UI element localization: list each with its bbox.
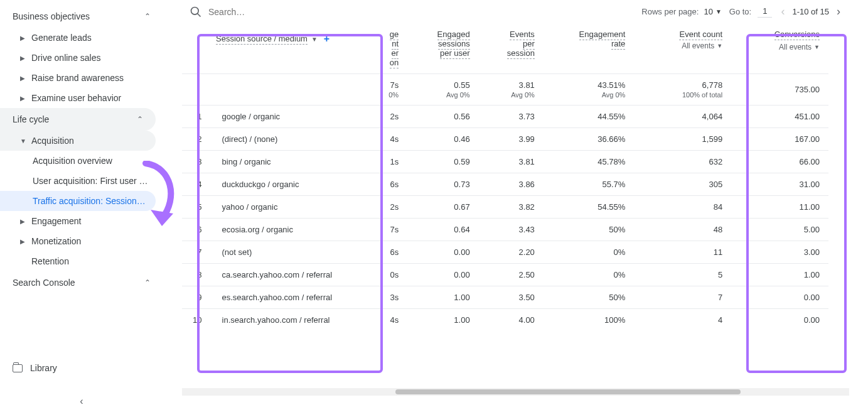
- rows-per-page-label: Rows per page:: [641, 7, 699, 16]
- cell: 11.00: [731, 196, 828, 219]
- conversions-filter[interactable]: All events▼: [740, 43, 820, 51]
- row-index: 8: [182, 264, 213, 286]
- col-label: genteron: [390, 30, 399, 68]
- cell: 0.55Avg 0%: [407, 74, 479, 106]
- section-business-objectives[interactable]: Business objectives ⌃: [0, 5, 163, 28]
- cell: 451.00: [731, 106, 828, 128]
- goto-input[interactable]: 1: [758, 6, 772, 18]
- sidebar-item-engagement[interactable]: ▶ Engagement: [0, 211, 156, 231]
- sidebar-item-examine-user-behavior[interactable]: ▶ Examine user behavior: [0, 88, 156, 108]
- table-row[interactable]: 2(direct) / (none)4s0.463.9936.66%1,5991…: [182, 128, 828, 151]
- cell: 44.55%: [544, 106, 634, 128]
- col-header-conversions[interactable]: Conversions All events▼: [731, 23, 828, 74]
- cell: 50%: [544, 286, 634, 309]
- cell: 632: [634, 151, 731, 173]
- table-row[interactable]: 8ca.search.yahoo.com / referral0s0.002.5…: [182, 264, 828, 286]
- cell: 2.50: [479, 264, 544, 286]
- sidebar-item-generate-leads[interactable]: ▶ Generate leads: [0, 28, 156, 48]
- cell: 4s: [375, 309, 408, 332]
- sidebar-item-drive-online-sales[interactable]: ▶ Drive online sales: [0, 48, 156, 68]
- main-content: Rows per page: 10 ▼ Go to: 1 ‹ 1-10 of 1…: [163, 0, 868, 417]
- report-table: Session source / medium ▼ + genteron Eng…: [182, 23, 828, 331]
- horizontal-scrollbar[interactable]: [182, 388, 849, 396]
- sidebar-item-label: Monetization: [31, 236, 81, 246]
- cell: 7s: [375, 219, 408, 241]
- section-label: Business objectives: [13, 11, 90, 21]
- table-row[interactable]: 4duckduckgo / organic6s0.733.8655.7%3053…: [182, 173, 828, 196]
- dimension-cell[interactable]: (direct) / (none): [213, 128, 375, 151]
- table-row[interactable]: 5yahoo / organic2s0.673.8254.55%8411.00: [182, 196, 828, 219]
- caret-right-icon: ▶: [20, 75, 26, 82]
- cell: 305: [634, 173, 731, 196]
- prev-page-button[interactable]: ‹: [780, 5, 786, 18]
- table-wrap: Session source / medium ▼ + genteron Eng…: [182, 23, 849, 331]
- col-header-events-per-session[interactable]: Eventspersession: [479, 23, 544, 74]
- col-header-engagement-rate[interactable]: Engagementrate: [544, 23, 634, 74]
- cell: 50%: [544, 219, 634, 241]
- dimension-cell[interactable]: in.search.yahoo.com / referral: [213, 309, 375, 332]
- library-label: Library: [30, 363, 57, 373]
- chevron-down-icon: ▼: [311, 36, 318, 43]
- col-header-engaged-sessions[interactable]: Engagedsessionsper user: [407, 23, 479, 74]
- sidebar-item-acquisition[interactable]: ▼ Acquisition: [0, 131, 156, 151]
- scroll-thumb[interactable]: [395, 389, 741, 394]
- sidebar-sub-acquisition-overview[interactable]: Acquisition overview: [0, 151, 156, 171]
- cell: 6s: [375, 173, 408, 196]
- dimension-cell[interactable]: ecosia.org / organic: [213, 219, 375, 241]
- table-row[interactable]: 1google / organic2s0.563.7344.55%4,06445…: [182, 106, 828, 128]
- col-label: Eventspersession: [507, 30, 535, 59]
- cell: 3.86: [479, 173, 544, 196]
- sidebar-sub-traffic-acquisition[interactable]: Traffic acquisition: Session…: [0, 191, 156, 211]
- cell: 100%: [544, 309, 634, 332]
- cell: 84: [634, 196, 731, 219]
- section-search-console[interactable]: Search Console ⌃: [0, 271, 163, 294]
- row-index: 3: [182, 151, 213, 173]
- table-row[interactable]: 6ecosia.org / organic7s0.643.4350%485.00: [182, 219, 828, 241]
- sidebar-item-raise-brand-awareness[interactable]: ▶ Raise brand awareness: [0, 68, 156, 88]
- dimension-cell[interactable]: es.search.yahoo.com / referral: [213, 286, 375, 309]
- rows-per-page-select[interactable]: 10 ▼: [704, 7, 721, 16]
- dimension-cell[interactable]: ca.search.yahoo.com / referral: [213, 264, 375, 286]
- cell: 0.00: [731, 309, 828, 332]
- cell: 5: [634, 264, 731, 286]
- sidebar-item-label: Generate leads: [31, 33, 92, 43]
- cell: 3.73: [479, 106, 544, 128]
- add-dimension-button[interactable]: +: [324, 33, 330, 45]
- sidebar-item-monetization[interactable]: ▶ Monetization: [0, 231, 156, 251]
- sidebar-item-label: Examine user behavior: [31, 93, 121, 103]
- library-link[interactable]: Library: [0, 357, 163, 379]
- event-count-filter[interactable]: All events▼: [643, 41, 722, 50]
- caret-right-icon: ▶: [20, 55, 26, 62]
- table-row[interactable]: 9es.search.yahoo.com / referral3s1.003.5…: [182, 286, 828, 309]
- dimension-cell[interactable]: duckduckgo / organic: [213, 173, 375, 196]
- sidebar-sub-user-acquisition[interactable]: User acquisition: First user …: [0, 171, 156, 191]
- table-row[interactable]: 3bing / organic1s0.593.8145.78%63266.00: [182, 151, 828, 173]
- table-row[interactable]: 10in.search.yahoo.com / referral4s1.004.…: [182, 309, 828, 332]
- section-life-cycle[interactable]: Life cycle ⌃: [0, 108, 156, 131]
- next-page-button[interactable]: ›: [835, 5, 842, 18]
- chevron-down-icon: ▼: [814, 44, 820, 50]
- dimension-cell[interactable]: yahoo / organic: [213, 196, 375, 219]
- cell: 0.73: [407, 173, 479, 196]
- dimension-cell[interactable]: bing / organic: [213, 151, 375, 173]
- row-index: 4: [182, 173, 213, 196]
- row-index: 5: [182, 196, 213, 219]
- search-input[interactable]: [208, 7, 346, 17]
- sidebar-item-retention[interactable]: Retention: [0, 251, 156, 271]
- cell: 1.00: [731, 264, 828, 286]
- dimension-header[interactable]: Session source / medium ▼ +: [216, 33, 367, 45]
- collapse-sidebar-button[interactable]: ‹: [0, 392, 163, 411]
- cell: 0s: [375, 264, 408, 286]
- dimension-cell[interactable]: (not set): [213, 241, 375, 264]
- chevron-up-icon: ⌃: [144, 12, 151, 21]
- cell: 3.82: [479, 196, 544, 219]
- col-header-truncated[interactable]: genteron: [375, 23, 408, 74]
- sidebar-item-label: Raise brand awareness: [31, 73, 124, 83]
- table-row[interactable]: 7(not set)6s0.002.200%113.00: [182, 241, 828, 264]
- svg-point-1: [191, 7, 199, 14]
- col-header-event-count[interactable]: Event count All events▼: [634, 23, 731, 74]
- dimension-cell[interactable]: google / organic: [213, 106, 375, 128]
- sidebar-item-label: Drive online sales: [31, 53, 101, 63]
- cell: 36.66%: [544, 128, 634, 151]
- chevron-up-icon: ⌃: [137, 115, 143, 124]
